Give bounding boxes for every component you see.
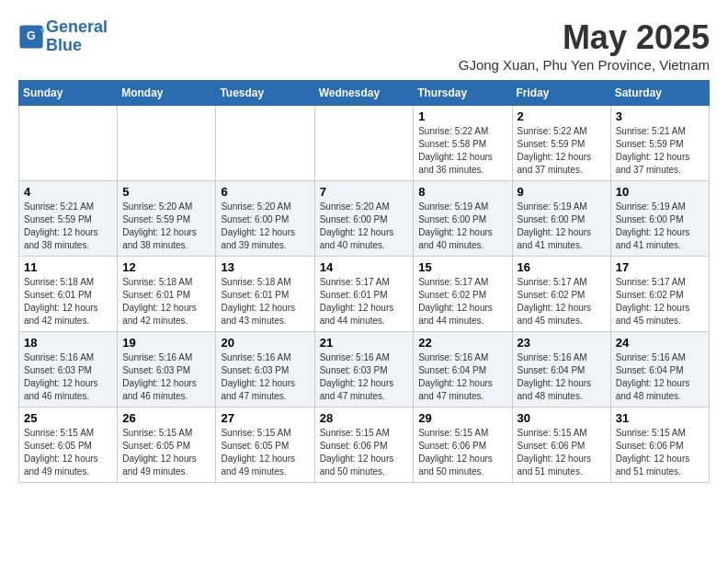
calendar-cell: 18Sunrise: 5:16 AM Sunset: 6:03 PM Dayli…: [19, 332, 118, 408]
calendar-cell: 2Sunrise: 5:22 AM Sunset: 5:59 PM Daylig…: [512, 106, 610, 181]
calendar-cell: 27Sunrise: 5:15 AM Sunset: 6:05 PM Dayli…: [216, 408, 314, 483]
calendar-cell: 5Sunrise: 5:20 AM Sunset: 5:59 PM Daylig…: [118, 181, 216, 257]
calendar-cell: 31Sunrise: 5:15 AM Sunset: 6:06 PM Dayli…: [610, 408, 709, 483]
calendar-cell: 9Sunrise: 5:19 AM Sunset: 6:00 PM Daylig…: [512, 181, 610, 257]
calendar-cell: 15Sunrise: 5:17 AM Sunset: 6:02 PM Dayli…: [414, 257, 512, 332]
day-number: 1: [418, 109, 506, 123]
calendar-cell: 24Sunrise: 5:16 AM Sunset: 6:04 PM Dayli…: [610, 332, 709, 408]
day-number: 25: [24, 411, 112, 425]
calendar-table: SundayMondayTuesdayWednesdayThursdayFrid…: [18, 80, 710, 483]
day-info: Sunrise: 5:15 AM Sunset: 6:06 PM Dayligh…: [320, 427, 409, 478]
day-info: Sunrise: 5:17 AM Sunset: 6:02 PM Dayligh…: [616, 276, 704, 327]
day-number: 9: [518, 185, 606, 199]
calendar-cell: 12Sunrise: 5:18 AM Sunset: 6:01 PM Dayli…: [118, 257, 216, 332]
day-number: 19: [122, 336, 210, 350]
day-info: Sunrise: 5:22 AM Sunset: 5:58 PM Dayligh…: [418, 125, 506, 177]
logo-line1: General: [46, 17, 108, 36]
header-cell-friday: Friday: [512, 81, 610, 106]
calendar-week-2: 4Sunrise: 5:21 AM Sunset: 5:59 PM Daylig…: [19, 181, 710, 257]
day-number: 14: [320, 260, 409, 274]
calendar-cell: 21Sunrise: 5:16 AM Sunset: 6:03 PM Dayli…: [314, 332, 414, 408]
calendar-cell: 7Sunrise: 5:20 AM Sunset: 6:00 PM Daylig…: [314, 181, 414, 257]
day-number: 4: [24, 185, 112, 199]
day-number: 22: [418, 336, 506, 350]
day-info: Sunrise: 5:15 AM Sunset: 6:06 PM Dayligh…: [518, 427, 606, 478]
day-number: 21: [320, 336, 409, 350]
header-cell-wednesday: Wednesday: [314, 81, 414, 106]
day-number: 17: [616, 260, 704, 274]
calendar-cell: 29Sunrise: 5:15 AM Sunset: 6:06 PM Dayli…: [414, 408, 512, 483]
day-number: 6: [221, 185, 309, 199]
day-info: Sunrise: 5:20 AM Sunset: 6:00 PM Dayligh…: [320, 201, 409, 252]
day-info: Sunrise: 5:15 AM Sunset: 6:05 PM Dayligh…: [122, 427, 210, 478]
day-info: Sunrise: 5:15 AM Sunset: 6:06 PM Dayligh…: [418, 427, 506, 478]
calendar-cell: 30Sunrise: 5:15 AM Sunset: 6:06 PM Dayli…: [512, 408, 610, 483]
day-number: 5: [122, 185, 210, 199]
day-info: Sunrise: 5:16 AM Sunset: 6:03 PM Dayligh…: [320, 351, 409, 403]
day-number: 27: [221, 411, 309, 425]
calendar-cell: [19, 106, 118, 181]
day-number: 29: [418, 411, 506, 425]
subtitle: GJong Xuan, Phu Yen Province, Vietnam: [459, 57, 710, 73]
logo-text: General Blue: [46, 18, 108, 55]
day-number: 3: [616, 109, 704, 123]
day-number: 28: [320, 411, 409, 425]
day-number: 20: [221, 336, 309, 350]
day-number: 18: [24, 336, 112, 350]
day-number: 31: [616, 411, 704, 425]
calendar-week-5: 25Sunrise: 5:15 AM Sunset: 6:05 PM Dayli…: [19, 408, 710, 483]
day-number: 15: [418, 260, 506, 274]
calendar-cell: 17Sunrise: 5:17 AM Sunset: 6:02 PM Dayli…: [610, 257, 709, 332]
calendar-body: 1Sunrise: 5:22 AM Sunset: 5:58 PM Daylig…: [19, 106, 710, 483]
day-info: Sunrise: 5:16 AM Sunset: 6:04 PM Dayligh…: [616, 351, 704, 403]
main-title: May 2025: [459, 18, 710, 57]
day-info: Sunrise: 5:15 AM Sunset: 6:05 PM Dayligh…: [24, 427, 112, 478]
svg-text:G: G: [27, 29, 36, 42]
day-number: 26: [122, 411, 210, 425]
header-cell-thursday: Thursday: [414, 81, 512, 106]
day-info: Sunrise: 5:18 AM Sunset: 6:01 PM Dayligh…: [24, 276, 112, 327]
calendar-cell: 20Sunrise: 5:16 AM Sunset: 6:03 PM Dayli…: [216, 332, 314, 408]
day-info: Sunrise: 5:19 AM Sunset: 6:00 PM Dayligh…: [616, 201, 704, 252]
calendar-cell: 11Sunrise: 5:18 AM Sunset: 6:01 PM Dayli…: [19, 257, 118, 332]
day-number: 16: [518, 260, 606, 274]
header-row: SundayMondayTuesdayWednesdayThursdayFrid…: [19, 81, 710, 106]
calendar-cell: 28Sunrise: 5:15 AM Sunset: 6:06 PM Dayli…: [314, 408, 414, 483]
calendar-cell: 3Sunrise: 5:21 AM Sunset: 5:59 PM Daylig…: [610, 106, 709, 181]
calendar-cell: 22Sunrise: 5:16 AM Sunset: 6:04 PM Dayli…: [414, 332, 512, 408]
calendar-cell: 10Sunrise: 5:19 AM Sunset: 6:00 PM Dayli…: [610, 181, 709, 257]
calendar-cell: 26Sunrise: 5:15 AM Sunset: 6:05 PM Dayli…: [118, 408, 216, 483]
day-number: 7: [320, 185, 409, 199]
calendar-cell: 23Sunrise: 5:16 AM Sunset: 6:04 PM Dayli…: [512, 332, 610, 408]
day-info: Sunrise: 5:22 AM Sunset: 5:59 PM Dayligh…: [518, 125, 606, 177]
day-info: Sunrise: 5:16 AM Sunset: 6:03 PM Dayligh…: [24, 351, 112, 403]
calendar-cell: [216, 106, 314, 181]
calendar-cell: 6Sunrise: 5:20 AM Sunset: 6:00 PM Daylig…: [216, 181, 314, 257]
day-info: Sunrise: 5:20 AM Sunset: 5:59 PM Dayligh…: [122, 201, 210, 252]
day-info: Sunrise: 5:18 AM Sunset: 6:01 PM Dayligh…: [221, 276, 309, 327]
calendar-cell: 1Sunrise: 5:22 AM Sunset: 5:58 PM Daylig…: [414, 106, 512, 181]
day-info: Sunrise: 5:17 AM Sunset: 6:01 PM Dayligh…: [320, 276, 409, 327]
day-number: 2: [518, 109, 606, 123]
calendar-week-4: 18Sunrise: 5:16 AM Sunset: 6:03 PM Dayli…: [19, 332, 710, 408]
calendar-cell: 16Sunrise: 5:17 AM Sunset: 6:02 PM Dayli…: [512, 257, 610, 332]
logo-icon: G: [18, 24, 44, 50]
day-info: Sunrise: 5:15 AM Sunset: 6:06 PM Dayligh…: [616, 427, 704, 478]
day-number: 13: [221, 260, 309, 274]
calendar-week-3: 11Sunrise: 5:18 AM Sunset: 6:01 PM Dayli…: [19, 257, 710, 332]
calendar-cell: 19Sunrise: 5:16 AM Sunset: 6:03 PM Dayli…: [118, 332, 216, 408]
calendar-cell: 4Sunrise: 5:21 AM Sunset: 5:59 PM Daylig…: [19, 181, 118, 257]
header: G General Blue May 2025 GJong Xuan, Phu …: [18, 18, 710, 73]
calendar-header: SundayMondayTuesdayWednesdayThursdayFrid…: [19, 81, 710, 106]
header-cell-sunday: Sunday: [19, 81, 118, 106]
header-cell-saturday: Saturday: [610, 81, 709, 106]
calendar-cell: 13Sunrise: 5:18 AM Sunset: 6:01 PM Dayli…: [216, 257, 314, 332]
header-cell-monday: Monday: [118, 81, 216, 106]
day-info: Sunrise: 5:15 AM Sunset: 6:05 PM Dayligh…: [221, 427, 309, 478]
calendar-cell: 25Sunrise: 5:15 AM Sunset: 6:05 PM Dayli…: [19, 408, 118, 483]
title-block: May 2025 GJong Xuan, Phu Yen Province, V…: [459, 18, 710, 73]
day-info: Sunrise: 5:17 AM Sunset: 6:02 PM Dayligh…: [518, 276, 606, 327]
day-number: 23: [518, 336, 606, 350]
calendar-cell: [314, 106, 414, 181]
day-info: Sunrise: 5:21 AM Sunset: 5:59 PM Dayligh…: [24, 201, 112, 252]
